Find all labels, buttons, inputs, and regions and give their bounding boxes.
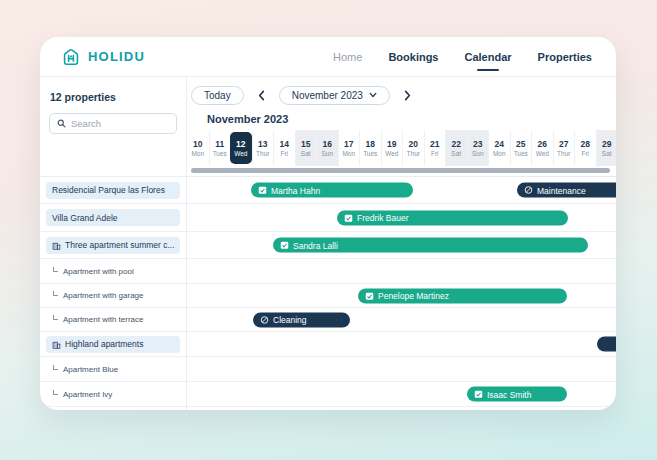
day-header-strip: 10Mon11Tues12Wed13Thur14Fri15Sat16Sun17M… [187,130,616,166]
building-icon [52,241,61,250]
day-name: Sun [472,150,484,157]
sub-property-label: Apartment Blue [63,365,118,374]
day-cell-19[interactable]: 19Wed [381,130,403,166]
nav-item-properties[interactable]: Properties [538,47,592,67]
property-row[interactable]: Apartment with pool [40,259,186,284]
day-name: Fri [581,150,589,157]
day-name: Tues [514,150,528,157]
property-pill: Highland apartments [46,336,180,353]
search-box[interactable] [49,113,177,134]
property-row[interactable]: Highland apartments [40,332,186,357]
building-icon [52,340,61,349]
nav-item-home[interactable]: Home [333,47,362,67]
nav-item-label: Calendar [465,51,512,63]
property-label: Three apartment summer c... [65,240,175,250]
property-list: Residencial Parque las FloresVilla Grand… [40,176,186,407]
grid-row [187,357,616,382]
grid-row: Penelope Martinez [187,284,616,308]
calendar-toolbar: Today November 2023 [187,77,616,106]
horizontal-scrollbar[interactable] [191,168,610,173]
day-cell-25[interactable]: 25Tues [510,130,532,166]
day-cell-26[interactable]: 26Wed [531,130,553,166]
grid-row: Sandra Lalli [187,232,616,259]
booking-pill[interactable]: Isaac Smith [467,387,567,402]
next-month-button[interactable] [401,88,414,103]
day-cell-29[interactable]: 29Sat [596,130,617,166]
day-name: Sat [451,150,461,157]
guest-name-label: Penelope Martinez [378,291,449,301]
calendar-check-icon [258,186,267,195]
day-cell-12[interactable]: 12Wed [230,132,252,164]
day-name: Sat [602,150,612,157]
day-cell-27[interactable]: 27Thur [553,130,575,166]
properties-count: 12 properties [50,91,177,103]
blocked-pill[interactable] [597,337,616,352]
day-cell-11[interactable]: 11Tues [209,130,231,166]
sub-item-corner-icon [53,390,58,395]
grid-row: Cleaning [187,308,616,332]
property-row[interactable]: Apartment with garage [40,284,186,308]
sub-item-corner-icon [53,267,58,272]
day-number: 25 [516,139,525,149]
today-button[interactable]: Today [191,86,244,105]
day-cell-10[interactable]: 10Mon [187,130,209,166]
brand-wordmark: HOLIDU [88,49,145,64]
grid-row: Fredrik Bauer [187,204,616,232]
calendar-panel: Today November 2023 [187,77,616,410]
day-number: 17 [344,139,353,149]
day-cell-17[interactable]: 17Mon [338,130,360,166]
property-row[interactable]: Apartment Ivy [40,382,186,407]
nav-item-bookings[interactable]: Bookings [388,47,438,67]
day-number: 19 [387,139,396,149]
day-number: 24 [495,139,504,149]
blocked-icon [260,315,269,324]
blocked-pill[interactable]: Cleaning [253,312,350,327]
day-cell-16[interactable]: 16Sun [316,130,338,166]
day-cell-24[interactable]: 24Mon [488,130,510,166]
booking-pill[interactable]: Fredrik Bauer [337,210,568,225]
sub-property-label: Apartment with pool [63,267,134,276]
property-row[interactable]: Three apartment summer c... [40,232,186,259]
booking-pill[interactable]: Sandra Lalli [273,238,588,253]
day-cell-13[interactable]: 13Thur [252,130,274,166]
day-name: Mon [342,150,355,157]
day-name: Thur [256,150,269,157]
day-cell-22[interactable]: 22Sat [445,130,467,166]
property-row[interactable]: Residencial Parque las Flores [40,177,186,204]
day-name: Thur [557,150,570,157]
sub-item-corner-icon [53,315,58,320]
property-row[interactable]: Villa Grand Adele [40,204,186,232]
day-name: Fri [431,150,439,157]
property-label: Residencial Parque las Flores [52,185,165,195]
month-selector[interactable]: November 2023 [279,86,390,105]
prev-month-button[interactable] [255,88,268,103]
holidu-logo[interactable]: HOLIDU [60,46,145,68]
day-name: Wed [536,150,549,157]
booking-pill[interactable]: Penelope Martinez [358,288,567,303]
day-number: 12 [236,139,245,149]
day-cell-15[interactable]: 15Sat [295,130,317,166]
day-cell-14[interactable]: 14Fri [273,130,295,166]
day-cell-21[interactable]: 21Fri [424,130,446,166]
calendar-check-icon [344,213,353,222]
property-row[interactable]: Apartment Blue [40,357,186,382]
day-cell-20[interactable]: 20Thur [402,130,424,166]
content-area: 12 properties Residencial Parque las Flo… [40,77,616,410]
holidu-house-icon [60,46,82,68]
property-label: Highland apartments [65,339,143,349]
day-cell-18[interactable]: 18Tues [359,130,381,166]
day-cell-28[interactable]: 28Fri [574,130,596,166]
day-name: Thur [407,150,420,157]
day-cell-23[interactable]: 23Sun [467,130,489,166]
day-name: Mon [191,150,204,157]
booking-pill[interactable]: Martha Hahn [251,183,413,198]
nav-item-calendar[interactable]: Calendar [465,47,512,67]
blocked-icon [524,186,533,195]
top-navigation-bar: HOLIDU HomeBookingsCalendarProperties [40,37,616,77]
search-input[interactable] [71,118,169,129]
property-row[interactable]: Apartment with terrace [40,308,186,332]
nav-item-label: Home [333,51,362,63]
guest-name-label: Isaac Smith [487,389,531,399]
blocked-pill[interactable]: Maintenance [517,183,616,198]
day-number: 14 [280,139,289,149]
